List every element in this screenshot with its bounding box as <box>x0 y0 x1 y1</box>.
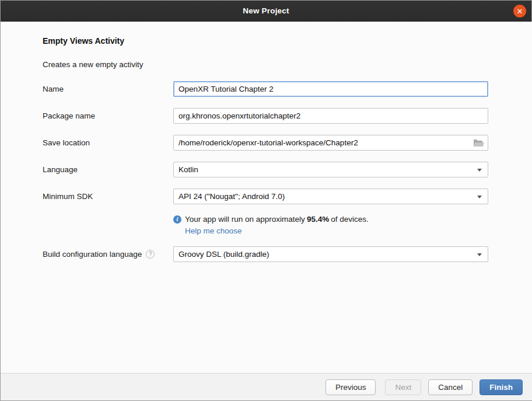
minimum-sdk-label: Minimum SDK <box>43 192 93 201</box>
sdk-info-text-prefix: Your app will run on approximately <box>185 215 305 224</box>
minimum-sdk-value: API 24 ("Nougat"; Android 7.0) <box>178 192 285 201</box>
help-me-choose-link[interactable]: Help me choose <box>185 226 242 235</box>
cancel-button[interactable]: Cancel <box>428 379 473 395</box>
sdk-info-text-suffix: of devices. <box>331 215 369 224</box>
build-config-label: Build configuration language <box>43 250 142 259</box>
package-name-label: Package name <box>43 111 95 120</box>
help-icon[interactable]: ? <box>146 250 155 259</box>
name-label: Name <box>43 85 64 93</box>
save-location-field <box>173 135 488 151</box>
minimum-sdk-dropdown[interactable]: API 24 ("Nougat"; Android 7.0) <box>173 189 488 204</box>
package-name-input[interactable] <box>173 108 488 124</box>
close-icon: ✕ <box>517 8 523 15</box>
build-config-value: Groovy DSL (build.gradle) <box>178 250 270 259</box>
browse-folder-button[interactable] <box>471 137 485 148</box>
previous-button[interactable]: Previous <box>326 379 376 395</box>
language-value: Kotlin <box>178 165 198 174</box>
language-label: Language <box>43 165 78 174</box>
build-config-dropdown[interactable]: Groovy DSL (build.gradle) <box>173 246 488 262</box>
save-location-label: Save location <box>43 138 90 147</box>
close-button[interactable]: ✕ <box>513 5 526 18</box>
build-config-label-row: Build configuration language ? <box>43 250 155 259</box>
name-input[interactable] <box>173 81 488 97</box>
button-bar: Previous Next Cancel Finish <box>1 373 532 400</box>
folder-icon <box>474 140 484 147</box>
new-project-dialog: New Project ✕ Empty Views Activity Creat… <box>0 0 532 401</box>
chevron-down-icon <box>477 169 482 172</box>
finish-button[interactable]: Finish <box>480 379 523 395</box>
chevron-down-icon <box>477 253 482 256</box>
next-button[interactable]: Next <box>385 379 421 395</box>
activity-subtitle: Creates a new empty activity <box>43 60 144 69</box>
chevron-down-icon <box>477 196 482 198</box>
save-location-input[interactable] <box>173 135 488 151</box>
window-title: New Project <box>243 6 289 15</box>
title-bar: New Project ✕ <box>1 1 531 22</box>
sdk-info-percent: 95.4% <box>307 215 329 224</box>
activity-title: Empty Views Activity <box>43 36 124 46</box>
info-icon: i <box>173 215 181 224</box>
language-dropdown[interactable]: Kotlin <box>173 162 488 177</box>
dialog-body: Empty Views Activity Creates a new empty… <box>1 22 532 374</box>
sdk-coverage-info: i Your app will run on approximately 95.… <box>173 215 369 224</box>
